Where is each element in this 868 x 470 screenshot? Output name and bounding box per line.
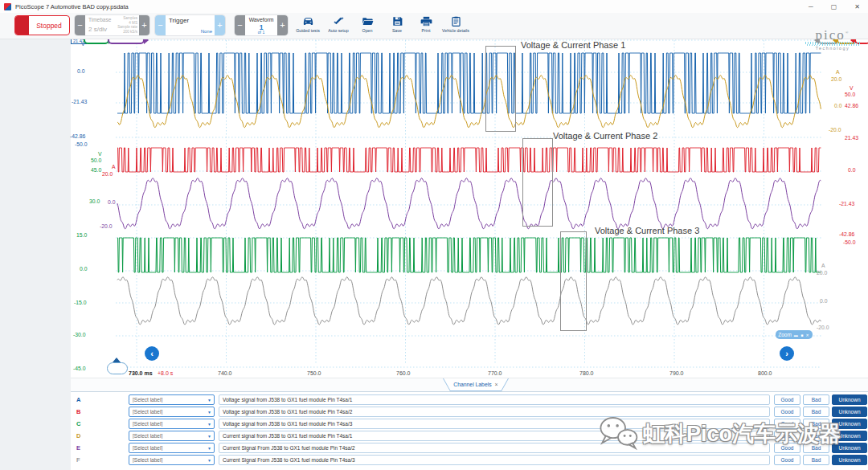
waveform-panel[interactable]: Waveform 1 of 1 xyxy=(245,15,277,35)
unknown-button-A[interactable]: Unknown xyxy=(832,394,867,405)
description-input-B[interactable]: Voltage signal from J538 to GX1 fuel mod… xyxy=(219,407,770,417)
left-axis-label: 20.0 xyxy=(102,171,113,177)
right-axis-label: -50.0 xyxy=(843,239,856,245)
row-channel-letter-A: A xyxy=(76,396,80,403)
unknown-button-C[interactable]: Unknown xyxy=(832,419,867,429)
unknown-button-B[interactable]: Unknown xyxy=(832,407,867,417)
good-button-D[interactable]: Good xyxy=(774,431,800,441)
clipboard-icon xyxy=(440,16,471,27)
trigger-increase-button[interactable]: + xyxy=(215,15,225,35)
bad-button-D[interactable]: Bad xyxy=(803,431,829,441)
good-button-E[interactable]: Good xyxy=(774,443,800,453)
label-dropdown-F[interactable]: [Select label]▼ xyxy=(129,455,215,465)
row-channel-letter-D: D xyxy=(76,432,80,439)
previous-waveform-button[interactable]: ‹ xyxy=(145,346,159,361)
unknown-button-F[interactable]: Unknown xyxy=(832,455,867,465)
close-button[interactable]: ✕ xyxy=(854,3,860,10)
chevron-right-icon: › xyxy=(785,349,788,358)
waveform-next-button[interactable]: + xyxy=(277,15,288,35)
open-button[interactable]: Open xyxy=(352,16,383,37)
highlight-box-phase-1 xyxy=(485,46,516,132)
trigger-group: − Trigger None + xyxy=(155,15,225,35)
left-axis-label: A xyxy=(112,164,116,170)
maximize-button[interactable]: ▢ xyxy=(831,3,837,10)
time-axis-tick: 740.0 xyxy=(218,370,232,376)
right-axis-label: -42.86 xyxy=(839,231,854,237)
label-dropdown-E[interactable]: [Select label]▼ xyxy=(129,443,215,453)
timebase-group: − Timebase 2 s/div Samples 4 MS Sample r… xyxy=(75,15,149,35)
time-axis-tick: 750.0 xyxy=(307,370,321,376)
bad-button-A[interactable]: Bad xyxy=(803,394,829,405)
waveform-trace-channel-E-current-phase-2 xyxy=(117,178,821,229)
auto-setup-button[interactable]: Auto setup xyxy=(323,16,354,37)
car-icon xyxy=(293,16,323,27)
description-input-D[interactable]: Current signal from J538 to GX1 fuel mod… xyxy=(219,431,770,441)
waveform-title-phase-3: Voltage & Current Phase 3 xyxy=(595,226,699,235)
waveform-trace-channel-D-current-phase-1 xyxy=(117,76,821,128)
right-axis-label: 0.0 xyxy=(848,167,855,173)
timebase-decrease-button[interactable]: − xyxy=(75,15,85,35)
channel-labels-tab[interactable]: Channel Labels × xyxy=(443,378,509,391)
description-input-E[interactable]: Current Signal From J538 to GX1 fuel mod… xyxy=(219,443,770,453)
time-axis-tick: 790.0 xyxy=(669,370,684,376)
waveform-title-phase-1: Voltage & Current Phase 1 xyxy=(521,40,625,50)
chevron-down-icon: ▼ xyxy=(207,422,214,427)
good-button-B[interactable]: Good xyxy=(774,407,800,417)
good-button-C[interactable]: Good xyxy=(774,419,800,429)
bad-button-C[interactable]: Bad xyxy=(803,419,829,429)
left-axis-label: -45.0 xyxy=(73,366,86,371)
row-channel-letter-F: F xyxy=(76,456,80,464)
unknown-button-D[interactable]: Unknown xyxy=(832,431,867,441)
time-axis-tick: 800.0 xyxy=(758,370,772,376)
picoscope-window: PicoScope 7 Automotive BAD copy.psdata ─… xyxy=(0,0,868,470)
description-input-F[interactable]: Current Signal From J538 to GX1 fuel mod… xyxy=(219,455,770,465)
zoom-window-controls-icon: ▬ ■ ✕ xyxy=(794,333,810,337)
left-axis-label: 15.0 xyxy=(76,232,87,238)
trigger-panel[interactable]: Trigger None xyxy=(166,15,215,35)
left-axis-label: 45.0 xyxy=(91,167,101,173)
timebase-panel[interactable]: Timebase 2 s/div Samples 4 MS Sample rat… xyxy=(85,15,139,35)
scroll-marker-icon xyxy=(113,358,121,362)
trigger-decrease-button[interactable]: − xyxy=(155,15,166,35)
bad-button-B[interactable]: Bad xyxy=(803,407,829,417)
zoom-overview-pill[interactable]: Zoom ▬ ■ ✕ xyxy=(776,330,813,339)
stopped-button[interactable]: Stopped xyxy=(14,15,70,35)
good-button-F[interactable]: Good xyxy=(774,455,800,465)
label-dropdown-D[interactable]: [Select label]▼ xyxy=(129,431,215,441)
description-input-C[interactable]: Voltage signal from J538 to GX1 fuel mod… xyxy=(219,419,770,429)
bad-button-E[interactable]: Bad xyxy=(803,443,829,453)
bad-button-F[interactable]: Bad xyxy=(803,455,829,465)
left-axis-label: 0.0 xyxy=(108,199,115,205)
right-axis-label: 0.0 xyxy=(834,103,841,108)
print-button[interactable]: Print xyxy=(411,16,441,37)
wand-icon xyxy=(323,16,354,27)
unknown-button-E[interactable]: Unknown xyxy=(832,443,867,453)
save-button[interactable]: Save xyxy=(382,16,412,37)
label-dropdown-A[interactable]: [Select label]▼ xyxy=(129,394,215,405)
timebase-samples: Samples 4 MS Sample rate 200 kS/s xyxy=(117,16,137,34)
right-axis-label: 50.0 xyxy=(845,92,855,97)
row-channel-letter-C: C xyxy=(76,420,80,427)
label-dropdown-C[interactable]: [Select label]▼ xyxy=(129,419,215,429)
row-channel-letter-E: E xyxy=(76,444,80,452)
left-axis-label: 50.0 xyxy=(91,157,101,163)
time-offset: +8.0 s xyxy=(158,370,173,376)
right-axis-label: V xyxy=(850,85,854,91)
chevron-down-icon: ▼ xyxy=(207,446,214,451)
tab-close-icon[interactable]: × xyxy=(495,382,498,387)
next-waveform-button[interactable]: › xyxy=(780,346,794,361)
description-input-A[interactable]: Voltage signal from J538 to GX1 fuel mod… xyxy=(219,394,770,405)
toolbar: Stopped − Timebase 2 s/div Samples 4 MS … xyxy=(0,13,868,39)
minimize-button[interactable]: ─ xyxy=(809,3,813,10)
highlight-box-phase-2 xyxy=(522,138,553,227)
label-dropdown-B[interactable]: [Select label]▼ xyxy=(129,407,215,417)
vehicle-details-button[interactable]: Vehicle details xyxy=(440,16,471,37)
guided-tests-button[interactable]: Guided tests xyxy=(293,16,323,37)
time-scrollbar-handle[interactable] xyxy=(107,362,128,374)
waveform-previous-button[interactable]: − xyxy=(235,15,245,35)
good-button-A[interactable]: Good xyxy=(774,394,800,405)
timebase-increase-button[interactable]: + xyxy=(139,15,149,35)
chevron-left-icon: ‹ xyxy=(150,349,154,358)
right-axis-label: 42.86 xyxy=(845,103,858,108)
titlebar: PicoScope 7 Automotive BAD copy.psdata ─… xyxy=(0,0,868,14)
